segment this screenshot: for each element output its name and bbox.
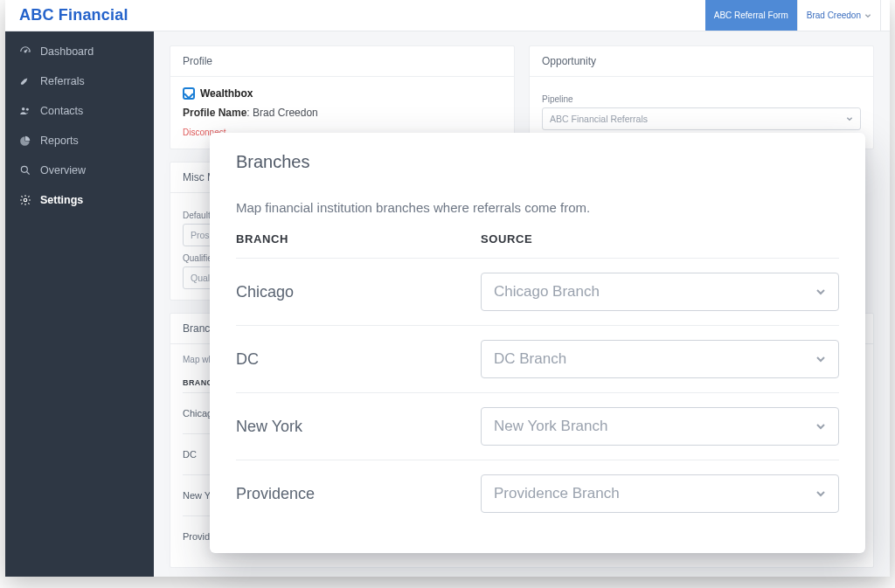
pipeline-label: Pipeline [542, 94, 861, 104]
chevron-down-icon [815, 287, 826, 297]
chevron-down-icon [864, 12, 871, 19]
source-select[interactable]: Providence Branch [481, 474, 839, 513]
branch-name: DC [236, 350, 481, 369]
sidebar-item-contacts[interactable]: Contacts [5, 96, 154, 126]
user-name: Brad Creedon [807, 10, 861, 20]
topbar: ABC Financial ABC Referral Form Brad Cre… [5, 0, 890, 31]
sidebar-item-dashboard[interactable]: Dashboard [5, 37, 154, 66]
svg-point-0 [24, 51, 26, 52]
pie-icon [19, 135, 31, 147]
pipeline-select[interactable]: ABC Financial Referrals [542, 107, 861, 130]
search-icon [19, 164, 31, 176]
branch-name: New York [236, 418, 481, 436]
svg-point-4 [24, 198, 27, 202]
table-row: Providence Providence Branch [236, 460, 839, 527]
panel-branch-header: BRANCH [236, 232, 481, 246]
chevron-down-icon [815, 354, 826, 364]
profile-name-value: Brad Creedon [253, 107, 318, 119]
svg-point-1 [22, 107, 25, 111]
sidebar-item-referrals[interactable]: Referrals [5, 66, 154, 96]
sidebar-item-label: Referrals [40, 75, 85, 87]
sidebar-item-settings[interactable]: Settings [5, 185, 154, 215]
chevron-down-icon [815, 421, 826, 432]
source-value: Chicago Branch [494, 283, 600, 301]
users-icon [19, 105, 31, 117]
source-select[interactable]: Chicago Branch [481, 273, 839, 311]
sidebar-item-label: Dashboard [40, 45, 94, 58]
source-value: Providence Branch [494, 485, 620, 502]
sidebar-item-label: Overview [40, 164, 86, 176]
integration-label: Wealthbox [200, 87, 253, 100]
source-select[interactable]: New York Branch [481, 407, 839, 446]
branch-name: Providence [236, 485, 481, 503]
referral-form-button[interactable]: ABC Referral Form [705, 0, 797, 31]
panel-source-header: SOURCE [481, 232, 532, 246]
svg-point-2 [26, 108, 29, 111]
brand-title: ABC Financial [19, 6, 128, 24]
sidebar: Dashboard Referrals Contacts Reports Ove… [5, 31, 154, 577]
panel-desc: Map financial institution branches where… [236, 200, 839, 215]
rocket-icon [19, 75, 31, 87]
profile-card-title: Profile [170, 46, 514, 77]
sidebar-item-reports[interactable]: Reports [5, 126, 154, 156]
chevron-down-icon [846, 115, 853, 122]
sidebar-item-label: Contacts [40, 105, 83, 117]
opportunity-card-title: Opportunity [530, 46, 873, 77]
table-row: Chicago Chicago Branch [236, 258, 839, 325]
gear-icon [19, 194, 31, 206]
panel-title: Branches [236, 152, 839, 172]
profile-name-line: Profile Name: Brad Creedon [183, 107, 502, 119]
source-select[interactable]: DC Branch [481, 340, 839, 378]
user-menu[interactable]: Brad Creedon [797, 0, 881, 31]
table-row: DC DC Branch [236, 325, 839, 392]
sidebar-item-overview[interactable]: Overview [5, 156, 154, 185]
pipeline-value: ABC Financial Referrals [550, 114, 648, 124]
profile-name-label: Profile Name [183, 107, 246, 119]
gauge-icon [19, 45, 31, 58]
svg-point-3 [21, 166, 27, 172]
branch-name: Chicago [236, 283, 481, 301]
sidebar-item-label: Settings [40, 194, 83, 206]
top-actions: ABC Referral Form Brad Creedon [705, 0, 881, 31]
wealthbox-icon [183, 87, 195, 100]
source-value: New York Branch [494, 418, 607, 435]
sidebar-item-label: Reports [40, 135, 79, 147]
source-value: DC Branch [494, 350, 566, 368]
chevron-down-icon [815, 488, 826, 499]
branches-panel: Branches Map financial institution branc… [210, 133, 865, 553]
integration-name: Wealthbox [183, 87, 502, 100]
table-row: New York New York Branch [236, 392, 839, 460]
